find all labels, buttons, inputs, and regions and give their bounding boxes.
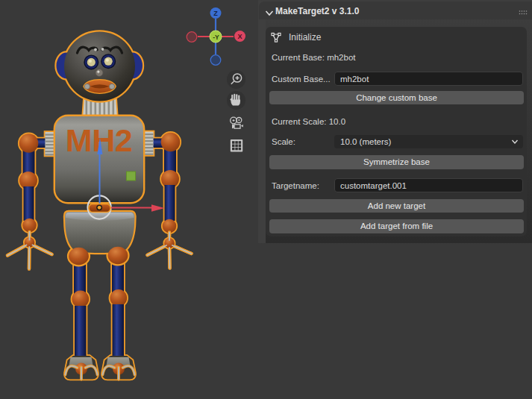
svg-text:X: X: [237, 33, 242, 40]
svg-text:-Y: -Y: [213, 34, 219, 41]
svg-text:Z: Z: [213, 10, 218, 17]
